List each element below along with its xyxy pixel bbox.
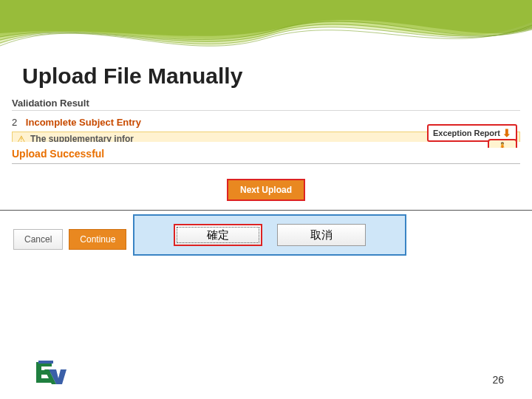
horizontal-divider	[0, 210, 532, 211]
page-title: Upload File Manually	[22, 64, 242, 89]
subject-count: 2	[12, 117, 17, 128]
decorative-wave-header	[0, 0, 532, 66]
validation-result-label: Validation Result	[12, 98, 89, 109]
validation-result-bar: Validation Result	[12, 96, 520, 111]
upload-successful-header: Upload Successful	[12, 148, 520, 164]
next-upload-button[interactable]: Next Upload	[227, 179, 305, 201]
subject-text: Incomplete Subject Entry	[26, 117, 141, 128]
cancel-button[interactable]: Cancel	[13, 229, 63, 250]
confirm-button[interactable]: 確定	[174, 224, 262, 246]
warning-text: The supplementary infor	[30, 134, 134, 144]
page-number: 26	[492, 374, 504, 386]
continue-button[interactable]: Continue	[69, 229, 126, 250]
warning-icon: ⚠	[17, 134, 26, 145]
ea-logo	[34, 359, 66, 387]
cancel-continue-row: Cancel Continue	[13, 229, 126, 250]
upload-area: Next Upload	[12, 164, 520, 208]
arrow-down-icon: ⬇	[502, 127, 511, 139]
confirm-dialog: 確定 取消	[133, 214, 406, 256]
dialog-cancel-button[interactable]: 取消	[277, 224, 366, 246]
exception-report-label: Exception Report	[433, 129, 500, 137]
